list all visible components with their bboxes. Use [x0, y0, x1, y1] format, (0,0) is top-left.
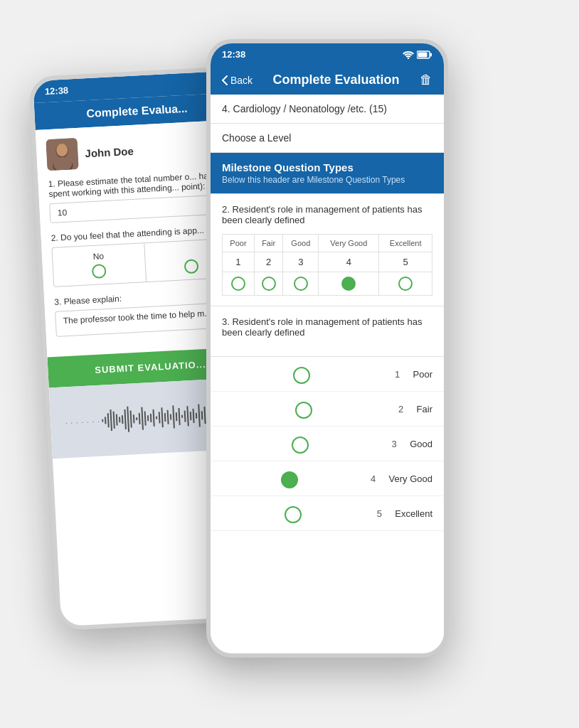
list-label-2: Fair: [417, 404, 432, 414]
svg-rect-13: [124, 410, 126, 429]
svg-rect-8: [110, 410, 112, 431]
status-icons: [403, 50, 432, 59]
num-5: 5: [379, 252, 432, 272]
rating-num-row: 1 2 3 4 5: [223, 252, 432, 272]
wifi-icon: [403, 50, 414, 59]
chevron-left-icon: [222, 75, 228, 85]
svg-rect-23: [152, 410, 154, 427]
list-item-3[interactable]: 3 Good: [211, 427, 444, 461]
back-status-time: 12:38: [44, 85, 68, 97]
battery-icon: [417, 50, 432, 59]
question3-section: 3. Resident's role in management of pati…: [211, 306, 444, 357]
front-nav-bar: Back Complete Evaluation 🗑: [211, 65, 444, 95]
svg-rect-12: [121, 415, 123, 424]
svg-rect-15: [129, 410, 132, 427]
svg-rect-47: [418, 52, 427, 57]
list-label-4: Very Good: [389, 473, 432, 484]
radio-list-circle-2: [295, 402, 312, 419]
list-label-5: Excellent: [395, 508, 432, 519]
svg-rect-9: [112, 412, 115, 429]
col-poor: Poor: [223, 235, 255, 252]
list-num-2: 2: [395, 404, 407, 414]
num-3: 3: [283, 252, 319, 272]
svg-rect-5: [102, 419, 103, 422]
svg-rect-10: [115, 414, 117, 426]
list-item-1[interactable]: 1 Poor: [211, 357, 444, 392]
radio-4[interactable]: [319, 272, 379, 296]
col-fair: Fair: [254, 235, 282, 252]
user-row: John Doe: [46, 130, 232, 171]
svg-rect-16: [132, 414, 134, 423]
front-nav-title: Complete Evaluation: [253, 73, 420, 87]
svg-rect-31: [175, 412, 177, 421]
list-item-4[interactable]: 4 Very Good: [211, 461, 444, 496]
question2-section: 2. Resident's role in management of pati…: [211, 194, 444, 306]
svg-rect-28: [166, 410, 169, 424]
radio-list-circle-5: [285, 506, 302, 523]
back-q2-no-circle: [92, 264, 107, 279]
svg-rect-40: [201, 411, 203, 419]
question3-text: 3. Resident's role in management of pati…: [222, 316, 432, 338]
svg-rect-6: [105, 417, 107, 424]
num-2: 2: [254, 252, 282, 272]
list-label-3: Good: [410, 439, 432, 449]
svg-rect-18: [138, 413, 140, 424]
num-4: 4: [319, 252, 379, 272]
svg-rect-41: [203, 407, 206, 424]
milestone-title: Milestone Question Types: [222, 161, 432, 173]
svg-rect-7: [107, 413, 109, 427]
radio-3[interactable]: [283, 272, 319, 296]
milestone-subtitle: Below this header are Milestone Question…: [222, 175, 432, 185]
list-item-5[interactable]: 5 Excellent: [211, 496, 444, 531]
back-q2-no: No: [52, 243, 146, 287]
svg-rect-21: [147, 415, 148, 421]
radio-list-circle-1: [293, 367, 310, 384]
svg-rect-32: [178, 408, 180, 425]
svg-rect-29: [169, 414, 171, 420]
back-button[interactable]: Back: [222, 75, 253, 86]
svg-rect-26: [161, 407, 163, 427]
front-status-bar: 12:38: [211, 43, 444, 65]
col-very-good: Very Good: [319, 235, 379, 252]
list-num-5: 5: [373, 508, 385, 519]
svg-rect-38: [195, 413, 196, 419]
svg-rect-14: [127, 407, 129, 432]
svg-point-45: [408, 57, 409, 58]
section-label: 4. Cardiology / Neonatology /etc. (15): [211, 95, 444, 124]
svg-rect-11: [119, 417, 120, 422]
avatar: [46, 138, 78, 171]
radio-5[interactable]: [379, 272, 432, 296]
svg-rect-24: [156, 417, 157, 419]
front-status-time: 12:38: [222, 49, 245, 60]
list-num-1: 1: [392, 369, 403, 380]
scroll-content: 4. Cardiology / Neonatology /etc. (15) C…: [211, 95, 444, 641]
trash-icon[interactable]: 🗑: [420, 73, 432, 87]
list-label-1: Poor: [413, 369, 432, 380]
list-item-2[interactable]: 2 Fair: [211, 392, 444, 427]
svg-rect-33: [181, 415, 183, 418]
svg-rect-39: [198, 404, 201, 427]
svg-rect-36: [189, 412, 191, 420]
list-num-3: 3: [388, 439, 400, 449]
question2-text: 2. Resident's role in management of pati…: [222, 204, 432, 225]
rating-table: Poor Fair Good Very Good Excellent 1 2 3…: [222, 234, 432, 296]
radio-1[interactable]: [223, 272, 255, 296]
rating-header-row: Poor Fair Good Very Good Excellent: [223, 235, 432, 252]
radio-list-circle-4: [281, 471, 298, 488]
svg-rect-48: [430, 53, 432, 56]
svg-rect-35: [186, 406, 188, 426]
radio-2[interactable]: [254, 272, 282, 296]
svg-rect-22: [149, 414, 152, 422]
list-num-4: 4: [368, 473, 379, 484]
svg-rect-30: [172, 405, 175, 428]
svg-rect-34: [184, 410, 186, 422]
front-phone: 12:38 Back Complete Evaluation 🗑: [206, 39, 448, 658]
choose-level[interactable]: Choose a Level: [211, 124, 444, 153]
back-header-title: Complete Evalua...: [86, 102, 188, 119]
svg-rect-27: [164, 413, 166, 422]
svg-rect-20: [144, 411, 146, 425]
user-name: John Doe: [85, 144, 134, 159]
col-excellent: Excellent: [379, 235, 432, 252]
radio-list-circle-3: [292, 437, 309, 454]
svg-rect-19: [141, 407, 144, 430]
